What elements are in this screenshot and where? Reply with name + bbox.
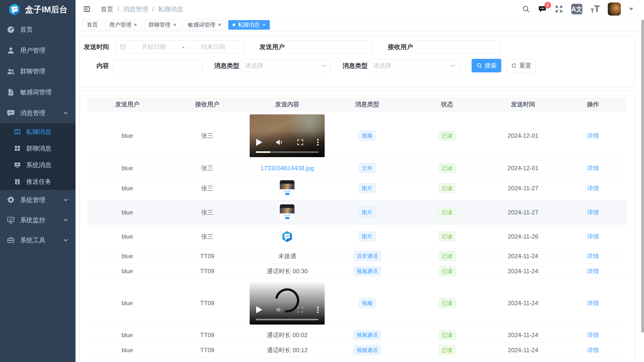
status-badge: 已读 (439, 266, 456, 276)
table-header: 发送用户 接收用户 发送内容 消息类型 状态 发送时间 操作 (87, 97, 627, 111)
user-menu-caret-icon[interactable] (629, 8, 633, 11)
font-size-icon[interactable]: TT (590, 4, 600, 14)
sidebar-bottom-group: 系统管理 系统监控 系统工具 (0, 190, 75, 250)
content-input[interactable] (112, 59, 203, 72)
detail-link[interactable]: 详情 (587, 164, 599, 172)
chevron-down-icon (63, 239, 68, 242)
video-progress-bar[interactable] (256, 151, 319, 153)
detail-link[interactable]: 详情 (587, 267, 599, 275)
user-icon (7, 46, 15, 55)
sidebar-item-system-messages[interactable]: 系统消息 (0, 157, 75, 173)
msg-type-select[interactable]: 请选择 (241, 59, 331, 72)
date-range-input[interactable]: 开始日期 - 结束日期 (116, 40, 244, 53)
cell-content (247, 114, 327, 157)
scrollbar[interactable] (641, 20, 644, 333)
sidebar-item-home[interactable]: 首页 (0, 19, 75, 40)
avatar[interactable] (608, 3, 621, 16)
cell-status: 已读 (407, 330, 487, 340)
close-icon[interactable]: × (218, 22, 221, 28)
file-link[interactable]: 1733034614438.jpg (260, 165, 314, 172)
detail-link[interactable]: 详情 (587, 184, 599, 192)
recv-user-input[interactable] (414, 40, 501, 53)
sidebar-item-users[interactable]: 用户管理 (0, 40, 75, 61)
search-icon[interactable] (522, 5, 530, 13)
sidebar-item-group-messages[interactable]: 群聊消息 (0, 140, 75, 157)
fullscreen-icon[interactable] (555, 5, 563, 13)
notifications-icon[interactable]: 1 (538, 5, 547, 13)
cell-date: 2024-11-24 (487, 300, 559, 307)
close-icon[interactable]: × (173, 22, 176, 28)
cell-date: 2024-12-01 (487, 165, 559, 172)
cell-content: 1733034614438.jpg (247, 165, 327, 172)
more-options-icon[interactable] (317, 138, 319, 147)
tab-sensitive-words[interactable]: 敏感词管理 × (183, 20, 225, 30)
cell-content: 通话时长 00:12 (247, 346, 327, 354)
tab-user-mgmt[interactable]: 用户管理 × (105, 20, 141, 30)
video-controls (256, 305, 319, 314)
msg-type2-select[interactable]: 请选择 (369, 59, 460, 72)
tab-group-mgmt[interactable]: 群聊管理 × (144, 20, 181, 30)
sidebar-item-sensitive-words[interactable]: 敏感词管理 (0, 82, 75, 103)
image-thumbnail[interactable] (280, 228, 294, 245)
more-options-icon[interactable] (317, 305, 319, 314)
cell-content (247, 282, 327, 325)
detail-link[interactable]: 详情 (587, 346, 599, 354)
cell-text: 未接通 (278, 252, 296, 260)
msg-type-label: 消息类型 (209, 59, 239, 72)
search-button[interactable]: 搜索 (472, 59, 501, 72)
table-row: blueTT09通话时长 00:02视频通话已读2024-11-24详情 (87, 328, 627, 343)
sidebar-menu: 首页 用户管理 群聊管理 敏感词管理 消息管理 私聊消息 群聊消息 (0, 19, 75, 250)
table-row: blue张三1733034614438.jpg文件已读2024-12-01详情 (87, 160, 627, 176)
reset-button[interactable]: 重置 (506, 59, 536, 72)
detail-link[interactable]: 详情 (587, 299, 599, 307)
sidebar-item-system-admin[interactable]: 系统管理 (0, 190, 75, 210)
video-player[interactable] (250, 114, 325, 157)
cell-receiver: 张三 (167, 184, 247, 192)
cell-date: 2024-11-27 (487, 185, 559, 192)
cell-date: 2024-11-24 (487, 253, 559, 260)
breadcrumb-home[interactable]: 首页 (101, 5, 113, 13)
sidebar-item-system-tools[interactable]: 系统工具 (0, 230, 75, 250)
detail-link[interactable]: 详情 (587, 208, 599, 216)
image-thumbnail[interactable] (280, 204, 295, 221)
task-clipboard-icon (14, 178, 21, 185)
play-icon[interactable] (256, 306, 262, 313)
cell-text: 通话时长 00:12 (267, 346, 308, 354)
video-player[interactable] (250, 282, 325, 325)
sidebar-item-push-tasks[interactable]: 推送任务 (0, 173, 75, 190)
tab-private-messages[interactable]: 私聊消息 × (228, 20, 270, 30)
video-progress-bar[interactable] (256, 319, 319, 320)
cell-sender: blue (87, 233, 167, 240)
tab-home[interactable]: 首页 (83, 20, 102, 30)
image-thumbnail[interactable] (280, 180, 295, 197)
cell-receiver: TT09 (167, 332, 247, 339)
fullscreen-icon[interactable] (296, 306, 304, 314)
detail-link[interactable]: 详情 (587, 331, 599, 339)
status-badge: 已读 (439, 251, 456, 261)
sidebar-item-private-messages[interactable]: 私聊消息 (0, 123, 75, 140)
detail-link[interactable]: 详情 (587, 132, 599, 140)
collapse-sidebar-icon[interactable] (83, 5, 91, 13)
play-icon[interactable] (256, 139, 262, 146)
monitor-pulse-icon (14, 161, 21, 169)
detail-link[interactable]: 详情 (587, 252, 599, 260)
sidebar-item-system-monitor[interactable]: 系统监控 (0, 210, 75, 230)
volume-icon[interactable] (275, 138, 283, 146)
sidebar-item-messages[interactable]: 消息管理 (0, 103, 75, 123)
table-row: blueTT09通话时长 00:12视频通话已读2024-11-24详情 (87, 343, 627, 358)
status-badge: 已读 (439, 231, 456, 242)
send-user-input[interactable] (286, 40, 373, 53)
volume-icon[interactable] (275, 306, 283, 314)
close-icon[interactable]: × (262, 22, 266, 28)
chevron-down-icon (450, 64, 455, 67)
messages-table: 发送用户 接收用户 发送内容 消息类型 状态 发送时间 操作 blue张三视频已… (87, 97, 627, 358)
topbar: 首页 / 消息管理 / 私聊消息 1 A文 TT (75, 0, 644, 18)
close-icon[interactable]: × (134, 22, 137, 28)
chevron-down-icon (63, 218, 68, 221)
cell-sender: blue (87, 165, 167, 172)
detail-link[interactable]: 详情 (587, 233, 599, 241)
cell-content: 通话时长 00:30 (247, 267, 327, 275)
fullscreen-icon[interactable] (296, 138, 304, 146)
language-icon[interactable]: A文 (571, 4, 582, 14)
sidebar-item-groups[interactable]: 群聊管理 (0, 61, 75, 82)
